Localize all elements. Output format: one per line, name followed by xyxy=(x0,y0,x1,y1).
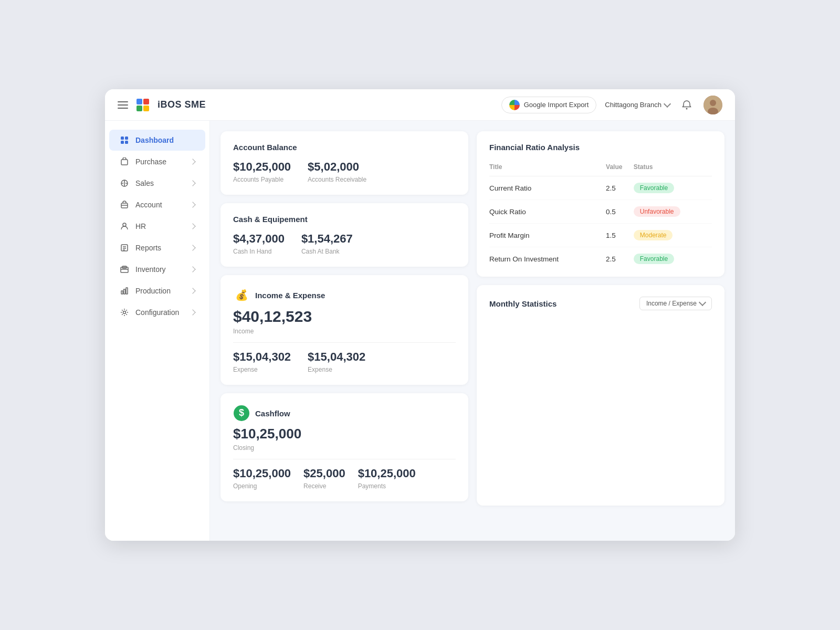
content-area: Account Balance $10,25,000 Accounts Paya… xyxy=(210,121,735,541)
chevron-down-icon xyxy=(699,299,706,306)
svg-rect-53 xyxy=(525,421,530,448)
nav-item-left: Purchase xyxy=(120,157,166,166)
account-balance-row: $10,25,000 Accounts Payable $5,02,000 Ac… xyxy=(233,160,456,183)
header-right: Google Import Export Chittagong Branch xyxy=(501,96,722,114)
stats-dropdown[interactable]: Income / Expense xyxy=(639,297,712,310)
hamburger-button[interactable] xyxy=(118,101,128,109)
svg-text:Sep: Sep xyxy=(647,453,656,458)
avatar[interactable] xyxy=(704,96,722,114)
svg-rect-1 xyxy=(143,99,149,104)
svg-point-16 xyxy=(123,223,126,226)
svg-rect-83 xyxy=(683,413,688,448)
ratio-value: 1.5 xyxy=(606,224,634,247)
opening-block: $10,25,000 Opening xyxy=(233,467,291,490)
expense1-label: Expense xyxy=(233,366,291,373)
sidebar-item-dashboard[interactable]: Dashboard xyxy=(109,130,205,151)
monthly-stats-card: Monthly Statistics Income / Expense $500… xyxy=(477,285,724,506)
production-icon xyxy=(120,286,129,296)
svg-text:Apr: Apr xyxy=(568,453,576,458)
svg-text:Aug: Aug xyxy=(631,453,640,458)
cash-hand-amount: $4,37,000 xyxy=(233,232,285,246)
chevron-right-icon xyxy=(190,202,195,207)
ratio-value: 2.5 xyxy=(606,247,634,266)
ratio-status: Unfavorable xyxy=(634,200,712,224)
receivable-block: $5,02,000 Accounts Receivable xyxy=(308,160,366,183)
payable-amount: $10,25,000 xyxy=(233,160,291,174)
cashflow-row: $10,25,000 Opening $25,000 Receive $10,2… xyxy=(233,467,456,490)
cash-equipment-row: $4,37,000 Cash In Hand $1,54,267 Cash At… xyxy=(233,232,456,255)
ratio-title: Profit Margin xyxy=(489,224,606,247)
nav-item-left: Account xyxy=(120,200,162,209)
svg-rect-76 xyxy=(646,382,651,448)
expense2-block: $15,04,302 Expense xyxy=(308,350,365,373)
sidebar-label-reports: Reports xyxy=(135,244,161,252)
cash-hand-label: Cash In Hand xyxy=(233,248,285,255)
account-balance-card: Account Balance $10,25,000 Accounts Paya… xyxy=(220,131,468,195)
chevron-down-icon xyxy=(664,100,671,107)
sidebar-item-purchase[interactable]: Purchase xyxy=(109,151,205,172)
ratio-value: 0.5 xyxy=(606,200,634,224)
svg-rect-8 xyxy=(121,136,124,140)
svg-text:$500K: $500K xyxy=(498,326,513,331)
svg-rect-11 xyxy=(125,141,128,144)
monthly-stats-title: Monthly Statistics xyxy=(489,299,556,308)
sidebar-item-account[interactable]: Account xyxy=(109,194,205,215)
svg-text:$150K: $150K xyxy=(498,410,513,415)
ratio-table-scroll[interactable]: Title Value Status Current Ratio 2.5 Fav… xyxy=(489,160,712,265)
svg-text:$250K: $250K xyxy=(498,385,513,391)
header: iBOS SME Google Import Export Chittagong… xyxy=(105,89,735,121)
sidebar-item-inventory[interactable]: Inventory xyxy=(109,259,205,280)
svg-text:$450K: $450K xyxy=(498,338,513,343)
chevron-right-icon xyxy=(190,245,195,250)
branch-selector[interactable]: Chittagong Branch xyxy=(605,101,670,109)
nav-item-left: Dashboard xyxy=(120,135,174,145)
sidebar-item-sales[interactable]: Sales xyxy=(109,173,205,194)
cash-hand-block: $4,37,000 Cash In Hand xyxy=(233,232,285,255)
ratio-status: Favorable xyxy=(634,247,712,266)
cashflow-title: Cashflow xyxy=(255,409,290,418)
svg-rect-86 xyxy=(699,401,705,448)
opening-label: Opening xyxy=(233,482,291,490)
svg-text:$300K: $300K xyxy=(498,373,513,379)
financial-ratio-title: Financial Ratio Analysis xyxy=(489,143,712,152)
svg-rect-9 xyxy=(125,136,128,140)
left-column: Account Balance $10,25,000 Accounts Paya… xyxy=(220,131,468,506)
expense1-amount: $15,04,302 xyxy=(233,350,291,364)
nav-item-left: Inventory xyxy=(120,265,166,274)
cash-equipment-title: Cash & Equipement xyxy=(233,215,456,224)
payments-label: Payments xyxy=(358,482,416,490)
svg-text:$: $ xyxy=(239,407,244,418)
sidebar-item-configuration[interactable]: Configuration xyxy=(109,302,205,323)
cashflow-closing-amount: $10,25,000 xyxy=(233,426,456,442)
svg-rect-74 xyxy=(636,396,641,448)
svg-rect-59 xyxy=(556,399,562,448)
sidebar-item-hr[interactable]: HR xyxy=(109,216,205,237)
opening-amount: $10,25,000 xyxy=(233,467,291,480)
branch-label: Chittagong Branch xyxy=(605,101,662,109)
ratio-title: Quick Ratio xyxy=(489,200,606,224)
receive-block: $25,000 Receive xyxy=(303,467,345,490)
cashflow-icon-row: $ Cashflow xyxy=(233,405,456,422)
ratio-row: Current Ratio 2.5 Favorable xyxy=(489,176,712,200)
svg-text:Mar: Mar xyxy=(552,453,561,458)
sidebar-item-reports[interactable]: Reports xyxy=(109,237,205,258)
receive-amount: $25,000 xyxy=(303,467,345,480)
svg-rect-65 xyxy=(588,366,593,448)
svg-rect-62 xyxy=(572,424,578,448)
sidebar-item-production[interactable]: Production xyxy=(109,280,205,301)
svg-point-4 xyxy=(686,108,688,109)
payments-amount: $10,25,000 xyxy=(358,467,416,480)
dashboard-icon xyxy=(120,135,129,145)
svg-text:Jul: Jul xyxy=(616,453,623,458)
sidebar-label-account: Account xyxy=(135,201,162,209)
svg-text:$350K: $350K xyxy=(498,361,513,367)
svg-rect-67 xyxy=(598,391,603,448)
svg-point-6 xyxy=(710,100,716,106)
google-badge-label: Google Import Export xyxy=(524,101,589,109)
google-badge[interactable]: Google Import Export xyxy=(501,97,597,113)
svg-rect-55 xyxy=(535,404,540,448)
svg-text:Jan: Jan xyxy=(520,453,529,458)
receivable-amount: $5,02,000 xyxy=(308,160,366,174)
svg-rect-80 xyxy=(667,401,673,448)
notification-bell[interactable] xyxy=(678,97,695,113)
